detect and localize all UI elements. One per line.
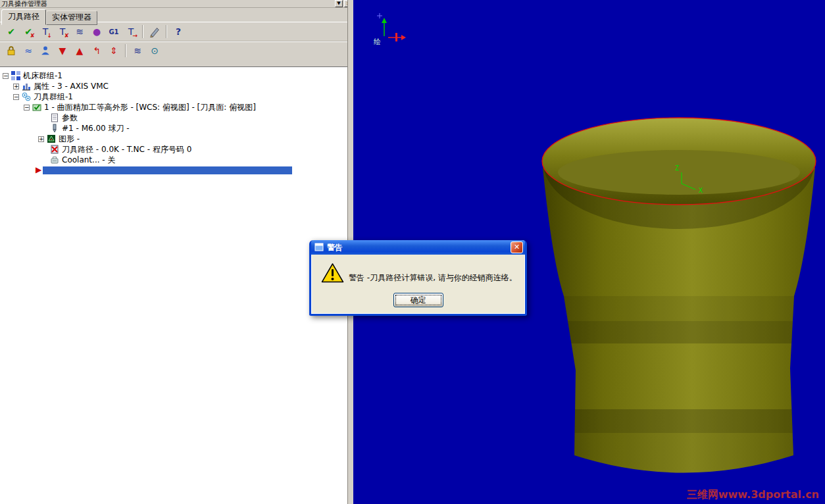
verify-solid-icon: ● xyxy=(93,26,101,37)
scroll-insert-button[interactable]: ⇕ xyxy=(105,43,122,59)
select-all-operations-button[interactable]: ✔ xyxy=(3,24,20,39)
corner-arrow-icon: ↰ xyxy=(93,45,101,56)
expander-icon[interactable]: − xyxy=(24,105,30,111)
waves-icon: ≋ xyxy=(134,45,141,56)
regenerate-all-button[interactable]: T✘ xyxy=(54,24,71,39)
operations-manager-panel: 刀具操作管理器 ▼ x 刀具路径实体管理器 ✔ ✔✘ T↓ T✘ ≋ ● G1 … xyxy=(0,0,353,504)
check-x-icon: ✔ xyxy=(24,26,32,37)
toolbar-separator xyxy=(125,44,126,57)
toolbar-separator xyxy=(142,25,143,38)
screen: 刀具操作管理器 ▼ x 刀具路径实体管理器 ✔ ✔✘ T↓ T✘ ≋ ● G1 … xyxy=(0,0,825,504)
tree-item-label: Coolant... - 关 xyxy=(62,155,115,166)
dialog-title: 警告 xyxy=(327,242,343,253)
toolpath-waves-icon: ≋ xyxy=(76,26,84,37)
warning-dialog: 警告 ✕ 警告 -刀具路径计算错误, 请与你的经销商连络。 确定 xyxy=(309,240,527,316)
svg-text:X: X xyxy=(699,187,703,194)
dialog-window-icon xyxy=(314,243,324,252)
person-icon xyxy=(39,45,51,57)
wcs-gizmo-icon: 绘 xyxy=(374,13,406,46)
tree-item-label: #1 - M6.00 球刀 - xyxy=(62,123,130,134)
display-options-button[interactable] xyxy=(37,43,54,59)
dialog-titlebar[interactable]: 警告 ✕ xyxy=(311,240,525,255)
cup-model xyxy=(524,97,825,492)
move-insert-arrow-button[interactable]: ↰ xyxy=(88,43,105,59)
clear-selection-button[interactable]: ✔✘ xyxy=(20,24,37,39)
insert-arrow-icon: ▶ xyxy=(36,166,41,174)
expander-icon[interactable]: − xyxy=(13,94,19,100)
tree-item-machine-group[interactable]: − 机床群组-1 xyxy=(0,70,347,81)
panel-title: 刀具操作管理器 xyxy=(1,1,334,7)
g1-icon: G1 xyxy=(109,28,118,36)
toolbar-row-1: ✔ ✔✘ T↓ T✘ ≋ ● G1 T→ ? xyxy=(0,22,353,41)
tree-item-label: 1 - 曲面精加工等高外形 - [WCS: 俯视图] - [刀具面: 俯视图] xyxy=(44,102,256,113)
lock-button[interactable] xyxy=(3,43,20,59)
help-button[interactable]: ? xyxy=(170,24,187,39)
dialog-body: 警告 -刀具路径计算错误, 请与你的经销商连络。 确定 xyxy=(311,255,525,314)
circle-icon: ⊙ xyxy=(151,45,159,56)
move-insert-up-button[interactable]: ▲ xyxy=(71,43,88,59)
sub-mark: ✘ xyxy=(30,33,35,39)
tab-toolpaths[interactable]: 刀具路径 xyxy=(1,9,46,25)
move-insert-down-button[interactable]: ▼ xyxy=(54,43,71,59)
insertion-marker-row[interactable]: ▶ xyxy=(0,165,347,175)
toolpath-visibility-button[interactable]: ≈ xyxy=(20,43,37,59)
tree-item-label: 刀具路径 - 0.0K - T.NC - 程序号码 0 xyxy=(62,144,191,155)
post-icon: T xyxy=(128,26,134,37)
post-button[interactable]: T→ xyxy=(122,24,139,39)
triangle-up-icon: ▲ xyxy=(76,45,84,56)
ball-mill-icon xyxy=(50,124,59,133)
svg-text:绘: 绘 xyxy=(374,38,381,46)
chisel-tool-icon xyxy=(149,26,161,38)
watermark-text: 三维网www.3dportal.cn xyxy=(687,488,819,501)
tree-item-tool-group[interactable]: − 刀具群组-1 xyxy=(0,91,347,102)
manager-tabs: 刀具路径实体管理器 xyxy=(0,8,353,22)
tree-item-geometry[interactable]: + 图形 - xyxy=(0,134,347,144)
operations-tree: − 机床群组-1 + 属性 - 3 - AXIS VMC − xyxy=(0,66,347,504)
tree-item-coolant[interactable]: Coolant... - 关 xyxy=(0,155,347,165)
tree-item-label: 参数 xyxy=(62,113,78,124)
sub-mark: ↓ xyxy=(47,33,52,39)
sub-mark: ✘ xyxy=(64,33,69,39)
backplot-button[interactable]: G1 xyxy=(105,24,122,39)
help-icon: ? xyxy=(176,26,181,37)
dialog-close-button[interactable]: ✕ xyxy=(511,241,523,253)
wave-icon: ≈ xyxy=(24,45,32,56)
properties-chart-icon xyxy=(22,82,31,91)
regenerate-all-icon: T xyxy=(60,26,66,37)
toolpath-display-button[interactable]: ≋ xyxy=(71,24,88,39)
regenerate-selected-button[interactable]: T↓ xyxy=(37,24,54,39)
verify-button[interactable]: ● xyxy=(88,24,105,39)
svg-text:Z: Z xyxy=(675,164,679,172)
check-icon: ✔ xyxy=(7,26,15,37)
sub-mark: → xyxy=(132,33,138,39)
tree-item-parameters[interactable]: 参数 xyxy=(0,113,347,123)
parameters-doc-icon xyxy=(50,113,59,122)
toolpath-file-icon xyxy=(50,145,59,154)
expander-icon[interactable]: − xyxy=(3,73,9,79)
machine-group-icon xyxy=(11,71,20,80)
expander-icon[interactable]: + xyxy=(38,136,44,142)
tree-item-toolpath[interactable]: 刀具路径 - 0.0K - T.NC - 程序号码 0 xyxy=(0,144,347,155)
geometry-icon xyxy=(47,134,56,143)
tree-item-properties[interactable]: + 属性 - 3 - AXIS VMC xyxy=(0,81,347,91)
feed-optimize-button[interactable]: ⊙ xyxy=(146,43,163,59)
coolant-icon xyxy=(50,155,59,164)
toolpath-trim-button[interactable]: ≋ xyxy=(129,43,146,59)
toolbar-row-2: ≈ ▼ ▲ ↰ ⇕ ≋ ⊙ xyxy=(0,41,353,60)
tool-group-icon xyxy=(22,92,31,101)
regenerate-icon: T xyxy=(43,26,49,37)
tree-item-tool[interactable]: #1 - M6.00 球刀 - xyxy=(0,123,347,134)
warning-triangle-icon xyxy=(321,263,344,284)
tree-item-operation-1[interactable]: − 1 - 曲面精加工等高外形 - [WCS: 俯视图] - [刀具面: 俯视图… xyxy=(0,102,347,113)
expander-icon[interactable]: + xyxy=(13,84,19,89)
tab-solids-manager[interactable]: 实体管理器 xyxy=(46,11,97,25)
edit-tool-button[interactable] xyxy=(146,24,163,39)
toolbar-separator xyxy=(166,25,167,38)
insertion-highlight-bar[interactable] xyxy=(43,166,292,174)
operation-check-icon xyxy=(32,103,41,112)
up-down-arrow-icon: ⇕ xyxy=(110,45,118,56)
tree-item-label: 刀具群组-1 xyxy=(34,91,73,103)
ok-button[interactable]: 确定 xyxy=(393,293,443,307)
panel-minimize-button[interactable]: ▼ xyxy=(335,0,343,7)
lock-icon xyxy=(5,45,17,57)
